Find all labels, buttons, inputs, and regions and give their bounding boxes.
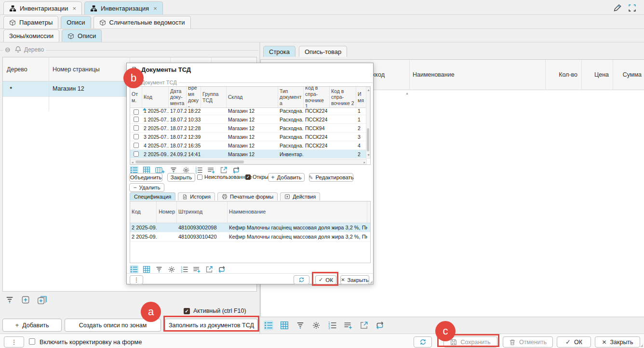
correction-checkbox[interactable]: ✓ [29, 338, 35, 345]
doc-table-vscrollbar[interactable]: ▲ ▼ [366, 87, 370, 159]
tab-zony-komissii[interactable]: Зоны/комиссии [3, 29, 59, 42]
close-doc-button[interactable]: Закрыть [167, 173, 195, 182]
column-header-price[interactable]: Цена [581, 71, 609, 78]
tab-opis-tovar[interactable]: Опись-товар [299, 46, 347, 57]
tab-inventarizaciya[interactable]: Инвентаризация × [84, 1, 163, 14]
list-add-icon[interactable] [207, 166, 215, 174]
external-link-icon[interactable] [205, 265, 214, 274]
doc-column-header[interactable]: Отм. [130, 87, 142, 107]
settings-gear-icon[interactable] [311, 321, 321, 330]
repeat-icon[interactable] [232, 166, 241, 174]
spec-table-row[interactable]: 2 2025-09...4810093010420Кефир Малочны г… [130, 232, 370, 241]
numbered-list-icon[interactable]: 123 [180, 265, 188, 274]
filter-icon[interactable] [155, 265, 163, 274]
list-view-icon[interactable] [264, 321, 273, 330]
spec-column-header[interactable]: Номер [157, 201, 177, 223]
doc-table-row[interactable]: 4 2025-07...18.07.2516:35Магазин 12Расхо… [130, 141, 370, 150]
spec-table-row[interactable]: 2 2025-09...4810093002098Кефир Малочны г… [130, 223, 370, 232]
refresh-button[interactable] [414, 336, 432, 348]
collapse-group-icon[interactable]: ⊖ [5, 46, 11, 54]
row-checkbox[interactable] [134, 117, 139, 122]
tab-opisi-inner[interactable]: Описи [62, 29, 102, 42]
doc-table-row[interactable]: 1 2025-07...18.07.2510:33Магазин 12Расхо… [130, 115, 370, 124]
list-view-icon[interactable] [130, 265, 138, 274]
resize-grip[interactable] [640, 344, 644, 348]
tab-pechatnye-formy[interactable]: Печатные формы [217, 192, 278, 201]
edit-doc-button[interactable]: ✎ Редактировать [309, 173, 353, 182]
doc-column-header[interactable]: Код в спра- вочнике 1 [304, 87, 330, 107]
row-checkbox[interactable] [134, 134, 139, 139]
close-dialog-button[interactable]: ✕ Закрыть [340, 275, 369, 284]
scroll-up-icon[interactable]: ▲ [405, 92, 409, 95]
doc-table-row[interactable]: 2 2025-07...18.07.2512:28Магазин 12Расхо… [130, 124, 370, 133]
column-header-tree[interactable]: Дерево [7, 66, 27, 73]
column-header-name[interactable]: Наименование [413, 71, 455, 78]
resize-grip[interactable] [369, 280, 373, 284]
column-header-sum[interactable]: Сумма [613, 71, 642, 78]
spec-column-header[interactable]: Код [130, 201, 157, 223]
external-link-icon[interactable] [359, 321, 369, 330]
edit-pencil-icon[interactable] [613, 3, 622, 13]
fullscreen-icon[interactable] [628, 4, 636, 12]
grid-view-icon[interactable] [142, 265, 151, 274]
active-checkbox[interactable]: ✓ [184, 308, 190, 314]
spec-column-header[interactable]: Наименование [228, 201, 367, 223]
plus-icon: + [15, 321, 19, 329]
doc-column-header[interactable]: Время доку-... [187, 87, 201, 107]
spec-column-header[interactable]: Штрихкод [177, 201, 228, 223]
grid-view-icon[interactable] [280, 321, 289, 330]
unused-checkbox[interactable]: ✓ [197, 174, 202, 180]
tab-slichitelnye-vedomosti[interactable]: Сличительные ведомости [94, 16, 191, 28]
doc-table-row[interactable]: 3 2025-07...18.07.2512:39Магазин 12Расхо… [130, 133, 370, 141]
list-add-icon[interactable] [192, 265, 201, 274]
numbered-list-icon[interactable]: 123 [327, 321, 337, 330]
tab-deystviya[interactable]: Действия [280, 192, 320, 201]
doc-table-row[interactable]: 1 2025-07...17.07.2518:22Магазин 12Расхо… [130, 108, 370, 115]
tab-opisi[interactable]: Описи [61, 16, 91, 28]
repeat-icon[interactable] [217, 265, 226, 274]
tab-parametry[interactable]: Параметры [3, 16, 58, 28]
doc-column-header[interactable]: Дата доку- мента [169, 87, 187, 107]
merge-button[interactable]: Объединить [129, 173, 162, 182]
tab-stroka[interactable]: Строка [263, 46, 295, 57]
doc-column-header[interactable]: Имя [356, 87, 366, 107]
repeat-icon[interactable] [375, 321, 385, 330]
filter-icon[interactable] [295, 321, 305, 330]
settings-gear-icon[interactable] [167, 265, 176, 274]
row-checkbox[interactable] [134, 109, 139, 115]
open-checkbox[interactable]: ✓ [245, 174, 251, 180]
tab-istoriya[interactable]: История [178, 192, 215, 201]
row-checkbox[interactable] [134, 151, 139, 157]
add-multiple-boxes-icon[interactable] [37, 295, 48, 305]
column-header-qty[interactable]: Кол-во [545, 71, 577, 78]
doc-table-row[interactable]: 2 2025-09...24.09.2514:41Магазин 12Инвен… [130, 150, 370, 159]
external-link-icon[interactable] [219, 166, 228, 174]
add-doc-button[interactable]: + Добавить [268, 173, 305, 182]
close-form-button[interactable]: ✕ Закрыть [595, 336, 640, 348]
delete-doc-button[interactable]: − Удалить [129, 183, 164, 192]
list-add-icon[interactable] [343, 321, 353, 330]
doc-column-header[interactable]: Код в спра- вочнике 2 [330, 87, 356, 107]
doc-column-header[interactable]: Код [142, 87, 169, 107]
bell-icon[interactable] [14, 46, 22, 53]
cancel-button[interactable]: Отменить [503, 336, 553, 348]
close-tab-icon[interactable]: × [72, 5, 76, 12]
ok-button[interactable]: ✓ ОК [557, 336, 591, 348]
close-tab-icon[interactable]: × [153, 5, 157, 12]
doc-column-header[interactable]: Склад [227, 87, 278, 107]
row-checkbox[interactable] [134, 143, 139, 148]
numbered-list-icon[interactable]: 123 [194, 166, 203, 174]
doc-column-header[interactable]: Группа ТСД [201, 87, 227, 107]
filter-icon[interactable] [5, 295, 14, 305]
doc-table-hscrollbar[interactable]: ◂ ▸ [130, 159, 367, 164]
tab-specifikaciya[interactable]: Спецификация [130, 192, 175, 201]
refresh-button[interactable] [294, 275, 309, 284]
column-header-page-number[interactable]: Номер страницы [53, 66, 100, 73]
add-box-icon[interactable] [21, 295, 30, 305]
tab-inventarizacii[interactable]: Инвентаризации × [3, 1, 82, 14]
row-checkbox[interactable] [134, 125, 139, 131]
more-menu-button[interactable]: ⋮ [4, 336, 24, 348]
doc-column-header[interactable]: Тип документа [278, 87, 304, 107]
more-menu-button[interactable]: ⋮ [130, 275, 143, 284]
add-button[interactable]: + Добавить [2, 319, 62, 332]
